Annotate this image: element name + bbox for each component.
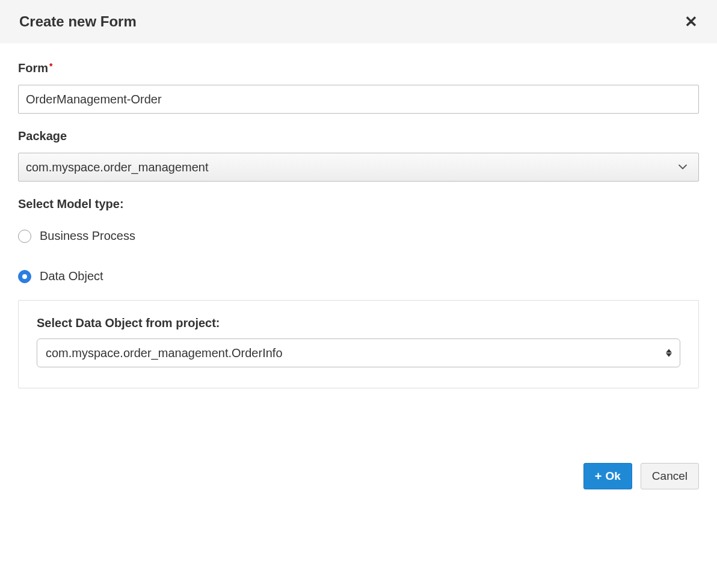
form-label-text: Form — [18, 61, 48, 75]
radio-business-process[interactable] — [18, 230, 31, 243]
radio-data-object[interactable] — [18, 270, 31, 283]
package-select-value: com.myspace.order_management — [18, 153, 699, 182]
package-select[interactable]: com.myspace.order_management — [18, 153, 699, 182]
data-object-select-value: com.myspace.order_management.OrderInfo — [37, 338, 680, 367]
ok-button-label: Ok — [605, 470, 620, 483]
cancel-button-label: Cancel — [652, 470, 688, 483]
cancel-button[interactable]: Cancel — [641, 463, 699, 489]
form-label: Form* — [18, 61, 699, 75]
package-field-group: Package com.myspace.order_management — [18, 129, 699, 182]
dialog-body: Form* Package com.myspace.order_manageme… — [0, 43, 717, 388]
data-object-select-label: Select Data Object from project: — [37, 316, 680, 330]
radio-business-process-label: Business Process — [40, 229, 135, 243]
data-object-select[interactable]: com.myspace.order_management.OrderInfo — [37, 338, 680, 367]
ok-button[interactable]: + Ok — [583, 463, 632, 489]
radio-business-process-row[interactable]: Business Process — [18, 229, 699, 243]
dialog-footer: + Ok Cancel — [0, 449, 717, 504]
dialog-header: Create new Form ✕ — [0, 0, 717, 43]
radio-data-object-row[interactable]: Data Object — [18, 269, 699, 283]
data-object-panel: Select Data Object from project: com.mys… — [18, 300, 699, 388]
model-type-group: Select Model type: Business Process Data… — [18, 197, 699, 388]
model-type-label: Select Model type: — [18, 197, 699, 211]
create-form-dialog: Create new Form ✕ Form* Package com.mysp… — [0, 0, 717, 504]
form-field-group: Form* — [18, 61, 699, 114]
form-name-input[interactable] — [18, 85, 699, 114]
radio-data-object-label: Data Object — [40, 269, 103, 283]
required-star-icon: * — [49, 61, 52, 71]
close-icon[interactable]: ✕ — [685, 14, 698, 29]
plus-icon: + — [595, 470, 602, 482]
dialog-title: Create new Form — [19, 13, 137, 30]
package-label: Package — [18, 129, 699, 143]
